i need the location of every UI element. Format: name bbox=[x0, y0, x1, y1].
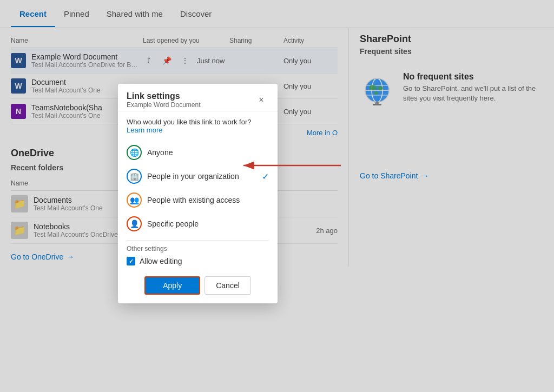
existing-access-icon: 👥 bbox=[127, 192, 142, 208]
anyone-label: Anyone bbox=[147, 148, 173, 157]
learn-more-link[interactable]: Learn more bbox=[127, 126, 162, 134]
link-option-org[interactable]: 🏢 People in your organization ✓ bbox=[127, 164, 269, 188]
org-icon: 🏢 bbox=[127, 169, 142, 184]
modal-header: Link settings Example Word Document × bbox=[118, 84, 278, 111]
allow-editing-label: Allow editing bbox=[140, 257, 182, 265]
modal-divider bbox=[127, 240, 269, 241]
allow-editing-checkbox[interactable]: ✓ bbox=[127, 257, 135, 265]
link-option-anyone[interactable]: 🌐 Anyone bbox=[127, 141, 269, 164]
existing-access-label: People with existing access bbox=[147, 196, 240, 204]
selected-checkmark: ✓ bbox=[262, 171, 269, 182]
modal-question: Who would you like this link to work for… bbox=[127, 118, 269, 134]
org-label: People in your organization bbox=[147, 172, 239, 181]
anyone-icon: 🌐 bbox=[127, 145, 142, 160]
other-settings-label: Other settings bbox=[127, 245, 269, 253]
specific-people-icon: 👤 bbox=[127, 216, 142, 231]
modal-close-button[interactable]: × bbox=[254, 92, 269, 108]
allow-editing-row: ✓ Allow editing bbox=[127, 257, 269, 265]
modal-title-block: Link settings Example Word Document bbox=[127, 91, 201, 109]
link-settings-modal: Link settings Example Word Document × Wh… bbox=[118, 84, 278, 267]
link-option-existing[interactable]: 👥 People with existing access bbox=[127, 188, 269, 212]
modal-title: Link settings bbox=[127, 91, 201, 101]
checkbox-check-icon: ✓ bbox=[129, 258, 134, 265]
modal-subtitle: Example Word Document bbox=[127, 101, 201, 109]
modal-body: Who would you like this link to work for… bbox=[118, 111, 278, 267]
specific-people-label: Specific people bbox=[147, 220, 199, 228]
link-option-specific[interactable]: 👤 Specific people bbox=[127, 212, 269, 236]
